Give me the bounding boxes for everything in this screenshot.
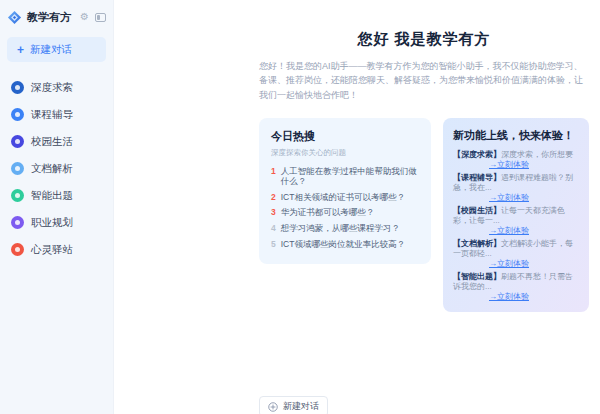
- sidebar-item-label: 智能出题: [31, 189, 73, 203]
- app-window: 教学有方 ⚙ + 新建对话 深度求索 课程辅导 校园生活: [0, 0, 600, 414]
- new-chat-bottom-label: 新建对话: [283, 400, 319, 413]
- sidebar-item-deep-search[interactable]: 深度求索: [7, 74, 106, 101]
- hot-search-item[interactable]: 5 ICT领域哪些岗位就业率比较高？: [271, 240, 419, 250]
- sidebar-item-label: 校园生活: [31, 135, 73, 149]
- feature-item: 【深度求索】深度求索，你所想要 →立刻体验: [453, 150, 579, 170]
- main-area: 您好 我是教学有方 您好！我是您的AI助手——教学有方作为您的智能小助手，我不仅…: [114, 0, 600, 414]
- sidebar-item-course-tutoring[interactable]: 课程辅导: [7, 101, 106, 128]
- campus-life-icon: [11, 135, 24, 148]
- hot-question: ICT领域哪些岗位就业率比较高？: [281, 240, 405, 250]
- sidebar-item-label: 深度求索: [31, 81, 73, 95]
- app-logo-icon: [7, 10, 22, 25]
- hot-search-item[interactable]: 1 人工智能在教学过程中能帮助我们做什么？: [271, 167, 419, 187]
- sidebar-item-smart-questions[interactable]: 智能出题: [7, 182, 106, 209]
- sidebar-item-campus-life[interactable]: 校园生活: [7, 128, 106, 155]
- sidebar-item-label: 职业规划: [31, 216, 73, 230]
- hot-search-item[interactable]: 2 ICT相关领域的证书可以考哪些？: [271, 193, 419, 203]
- new-chat-label: 新建对话: [30, 43, 72, 57]
- app-title: 教学有方: [27, 10, 80, 25]
- circle-plus-icon: [268, 402, 278, 412]
- sidebar-header: 教学有方 ⚙: [7, 7, 106, 27]
- hot-search-item[interactable]: 3 华为证书都可以考哪些？: [271, 208, 419, 218]
- try-now-link[interactable]: →立刻体验: [489, 193, 579, 203]
- try-now-link[interactable]: →立刻体验: [489, 160, 579, 170]
- sidebar-item-label: 课程辅导: [31, 108, 73, 122]
- hot-search-card: 今日热搜 深度探索你关心的问题 1 人工智能在教学过程中能帮助我们做什么？ 2 …: [259, 118, 431, 264]
- rank-number: 4: [271, 224, 276, 234]
- doc-parsing-icon: [11, 162, 24, 175]
- collapse-sidebar-icon[interactable]: [95, 13, 106, 22]
- greeting-title: 您好 我是教学有方: [259, 30, 589, 49]
- feature-tag: 【智能出题】: [453, 272, 501, 281]
- sidebar-item-label: 心灵驿站: [31, 243, 73, 257]
- hot-question: 想学习鸿蒙，从哪些课程学习？: [281, 224, 400, 234]
- hot-search-item[interactable]: 4 想学习鸿蒙，从哪些课程学习？: [271, 224, 419, 234]
- feature-item: 【智能出题】刷题不再愁！只需告诉我您的... →立刻体验: [453, 272, 579, 302]
- feature-tag: 【深度求索】: [453, 150, 501, 159]
- try-now-link[interactable]: →立刻体验: [489, 226, 579, 236]
- composer-area: 新建对话: [259, 396, 589, 414]
- new-chat-button[interactable]: + 新建对话: [7, 37, 106, 62]
- sidebar-item-label: 文档解析: [31, 162, 73, 176]
- try-now-link[interactable]: →立刻体验: [489, 292, 579, 302]
- new-features-card: 新功能上线，快来体验！ 【深度求索】深度求索，你所想要 →立刻体验 【课程辅导】…: [443, 118, 589, 312]
- feature-item: 【课程辅导】遇到课程难题啦？别急，我在... →立刻体验: [453, 173, 579, 203]
- sidebar-nav: 深度求索 课程辅导 校园生活 文档解析 智能出题 职业规划: [7, 74, 106, 263]
- hot-question: ICT相关领域的证书可以考哪些？: [281, 193, 405, 203]
- rank-number: 5: [271, 240, 276, 250]
- course-tutoring-icon: [11, 108, 24, 121]
- sidebar-item-mind-station[interactable]: 心灵驿站: [7, 236, 106, 263]
- sidebar: 教学有方 ⚙ + 新建对话 深度求索 课程辅导 校园生活: [0, 0, 114, 414]
- career-planning-icon: [11, 216, 24, 229]
- new-features-title: 新功能上线，快来体验！: [453, 128, 579, 143]
- settings-icon[interactable]: ⚙: [80, 12, 89, 22]
- hot-search-subtitle: 深度探索你关心的问题: [271, 148, 419, 158]
- sidebar-item-career-planning[interactable]: 职业规划: [7, 209, 106, 236]
- greeting-body: 您好！我是您的AI助手——教学有方作为您的智能小助手，我不仅能协助您学习、备课、…: [259, 59, 589, 102]
- hot-question: 人工智能在教学过程中能帮助我们做什么？: [281, 167, 419, 187]
- hot-search-title: 今日热搜: [271, 129, 419, 144]
- feature-item: 【校园生活】让每一天都充满色彩，让每一... →立刻体验: [453, 206, 579, 236]
- sidebar-item-doc-parsing[interactable]: 文档解析: [7, 155, 106, 182]
- feature-tag: 【文档解析】: [453, 239, 501, 248]
- rank-number: 3: [271, 208, 276, 218]
- deep-search-icon: [11, 81, 24, 94]
- hot-search-list: 1 人工智能在教学过程中能帮助我们做什么？ 2 ICT相关领域的证书可以考哪些？…: [271, 167, 419, 250]
- hot-question: 华为证书都可以考哪些？: [281, 208, 375, 218]
- cards-row: 今日热搜 深度探索你关心的问题 1 人工智能在教学过程中能帮助我们做什么？ 2 …: [259, 118, 589, 312]
- mind-station-icon: [11, 243, 24, 256]
- try-now-link[interactable]: →立刻体验: [489, 259, 579, 269]
- feature-tag: 【校园生活】: [453, 206, 501, 215]
- smart-questions-icon: [11, 189, 24, 202]
- rank-number: 2: [271, 193, 276, 203]
- feature-desc: 深度求索，你所想要: [501, 150, 573, 159]
- rank-number: 1: [271, 167, 276, 187]
- new-chat-button-bottom[interactable]: 新建对话: [259, 396, 328, 414]
- feature-tag: 【课程辅导】: [453, 173, 501, 182]
- plus-icon: +: [17, 44, 24, 56]
- feature-item: 【文档解析】文档解读小能手，每一页都轻... →立刻体验: [453, 239, 579, 269]
